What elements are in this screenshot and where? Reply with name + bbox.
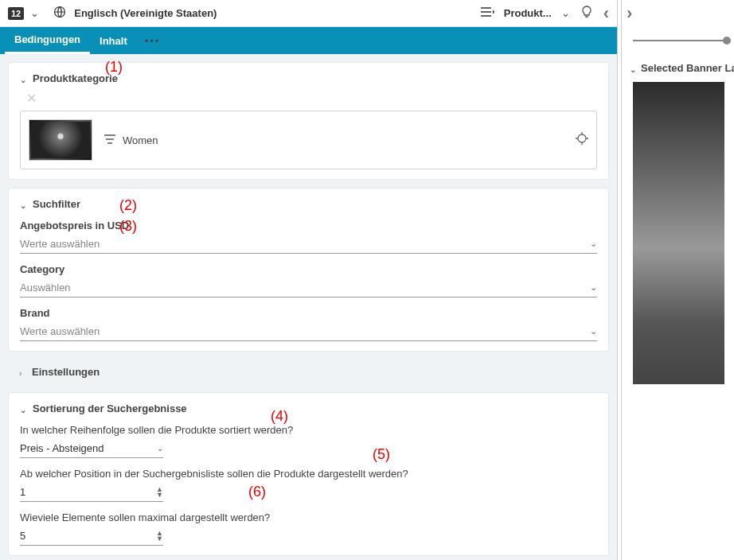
panel-produktkategorie: ⌄ Produktkategorie ✕ Women — [8, 62, 609, 180]
chevron-left-icon[interactable]: ‹ — [603, 3, 609, 24]
panel-einstellungen[interactable]: › Einstellungen — [8, 360, 609, 384]
chevron-down-icon[interactable]: ⌄ — [20, 201, 26, 208]
chevron-down-icon: ⌄ — [590, 326, 597, 336]
right-panel: › ⌄ Selected Banner Layou — [622, 0, 734, 560]
category-thumbnail — [29, 119, 92, 161]
list-icon[interactable] — [480, 6, 494, 21]
lightbulb-icon[interactable] — [580, 5, 594, 21]
select-placeholder: Auswählen — [20, 282, 71, 294]
max-label: Wieviele Elemente sollen maximal dargest… — [20, 511, 597, 523]
brand-label: Brand — [20, 307, 597, 319]
category-select[interactable]: Auswählen ⌄ — [20, 278, 597, 298]
chevron-down-icon[interactable]: ⌄ — [561, 7, 570, 19]
chevron-down-icon: ⌄ — [590, 239, 597, 249]
position-label: Ab welcher Position in der Suchergebnisl… — [20, 468, 597, 480]
chevron-down-icon[interactable]: ⌄ — [630, 65, 636, 72]
select-value: Preis - Absteigend — [20, 442, 104, 454]
max-input[interactable]: 5 ▲▼ — [20, 527, 163, 546]
section-title: Suchfilter — [33, 198, 80, 210]
input-value: 5 — [20, 530, 25, 542]
select-placeholder: Werte auswählen — [20, 238, 100, 250]
chevron-down-icon[interactable]: ⌄ — [20, 76, 26, 82]
tab-bar: Bedingungen Inhalt ••• — [0, 27, 617, 54]
slider-thumb[interactable] — [723, 37, 731, 45]
chevron-down-icon: ⌄ — [590, 282, 597, 293]
more-tabs-icon[interactable]: ••• — [137, 27, 169, 54]
sort-order-select[interactable]: Preis - Absteigend ⌄ — [20, 439, 163, 458]
top-bar: 12 ⌄ Englisch (Vereinigte Staaten) Produ… — [0, 0, 617, 27]
panel-suchfilter: ⌄ Suchfilter Angebotspreis in USD Werte … — [8, 188, 609, 352]
category-card[interactable]: Women — [20, 111, 597, 169]
position-input[interactable]: 1 ▲▼ — [20, 483, 163, 502]
angebotspreis-select[interactable]: Werte auswählen ⌄ — [20, 235, 597, 254]
section-title: Einstellungen — [32, 366, 100, 378]
globe-icon[interactable] — [53, 6, 66, 21]
angebotspreis-label: Angebotspreis in USD — [20, 220, 597, 231]
chevron-down-icon[interactable]: ⌄ — [30, 7, 39, 19]
tab-label: Inhalt — [100, 35, 127, 47]
chevron-right-icon[interactable]: › — [627, 3, 632, 24]
chevron-right-icon: › — [19, 369, 25, 375]
target-icon[interactable] — [576, 132, 588, 148]
section-title: Produktkategorie — [33, 72, 118, 84]
stepper-icon[interactable]: ▲▼ — [156, 487, 163, 498]
panel-sortierung: ⌄ Sortierung der Suchergebnisse In welch… — [8, 392, 609, 556]
selected-banner-title: Selected Banner Layou — [641, 62, 734, 74]
category-label: Category — [20, 263, 597, 275]
zoom-slider[interactable] — [622, 27, 734, 54]
category-name: Women — [123, 134, 158, 146]
filter-icon — [103, 134, 116, 146]
tab-bedingungen[interactable]: Bedingungen — [5, 27, 90, 54]
tab-label: Bedingungen — [14, 33, 80, 45]
select-placeholder: Werte auswählen — [20, 325, 100, 337]
sort-order-label: In welcher Reihenfolge sollen die Produk… — [20, 424, 597, 436]
content-area: ⌄ Produktkategorie ✕ Women — [0, 54, 617, 560]
close-icon[interactable]: ✕ — [26, 91, 597, 106]
chevron-down-icon[interactable]: ⌄ — [20, 406, 26, 412]
produkt-label[interactable]: Produkt... — [504, 7, 552, 19]
section-title: Sortierung der Suchergebnisse — [33, 402, 187, 414]
tab-inhalt[interactable]: Inhalt — [90, 27, 137, 54]
banner-preview-image[interactable] — [633, 82, 724, 384]
language-label[interactable]: Englisch (Vereinigte Staaten) — [74, 7, 217, 19]
svg-point-1 — [578, 134, 586, 142]
chevron-down-icon: ⌄ — [157, 444, 163, 453]
brand-select[interactable]: Werte auswählen ⌄ — [20, 322, 597, 341]
badge-12: 12 — [8, 7, 24, 20]
stepper-icon[interactable]: ▲▼ — [156, 531, 163, 542]
input-value: 1 — [20, 486, 25, 498]
